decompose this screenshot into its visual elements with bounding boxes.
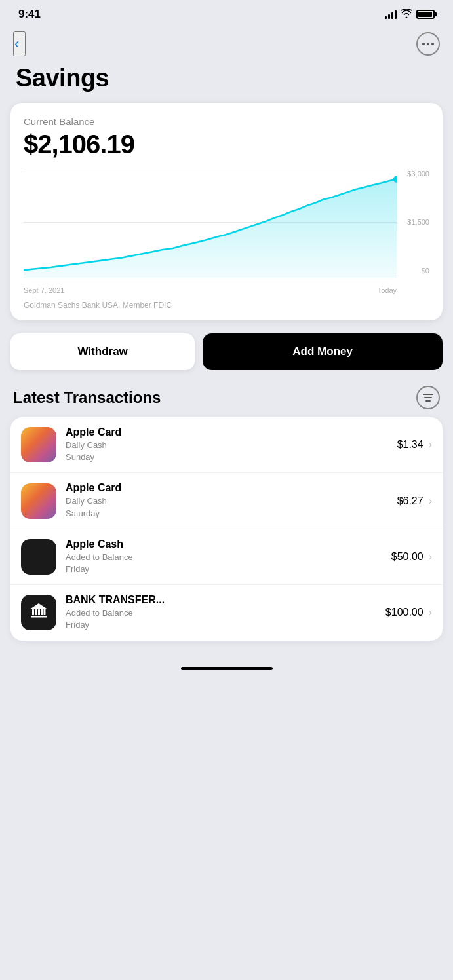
add-money-button[interactable]: Add Money xyxy=(203,333,443,370)
withdraw-button[interactable]: Withdraw xyxy=(10,333,195,370)
fdic-disclaimer: Goldman Sachs Bank USA, Member FDIC xyxy=(24,301,429,310)
battery-icon xyxy=(416,10,435,19)
svg-rect-3 xyxy=(38,609,40,615)
balance-chart: $3,000 $1,500 $0 xyxy=(24,170,429,294)
chart-x-labels: Sept 7, 2021 Today xyxy=(24,286,397,294)
transaction-sub: Daily CashSunday xyxy=(66,440,397,463)
status-icons xyxy=(385,9,435,20)
chevron-right-icon: › xyxy=(429,495,432,507)
transaction-amount: $50.00 xyxy=(391,551,423,563)
transaction-item[interactable]: Apple Card Daily CashSaturday $6.27 › xyxy=(10,473,443,529)
action-buttons: Withdraw Add Money xyxy=(10,333,443,370)
status-bar: 9:41 xyxy=(0,0,453,26)
chart-x-label-start: Sept 7, 2021 xyxy=(24,286,64,294)
dot-icon xyxy=(431,43,434,45)
balance-amount: $2,106.19 xyxy=(24,130,429,159)
chevron-right-icon: › xyxy=(429,439,432,451)
chevron-right-icon: › xyxy=(429,551,432,563)
apple-card-icon xyxy=(21,483,56,519)
chart-svg xyxy=(24,170,397,278)
transaction-name: BANK TRANSFER... xyxy=(66,594,385,606)
page-title-container: Savings xyxy=(0,59,453,103)
transaction-sub: Added to BalanceFriday xyxy=(66,607,385,631)
transaction-amount: $1.34 xyxy=(397,439,423,451)
transaction-right: $6.27 › xyxy=(397,495,432,507)
filter-button[interactable] xyxy=(416,386,440,409)
svg-rect-1 xyxy=(32,609,34,615)
home-bar xyxy=(181,667,273,670)
chart-y-label-bottom: $0 xyxy=(397,267,429,274)
transactions-list: Apple Card Daily CashSunday $1.34 › Appl… xyxy=(10,417,443,641)
transaction-right: $1.34 › xyxy=(397,439,432,451)
wifi-icon xyxy=(401,9,412,20)
chart-y-label-mid: $1,500 xyxy=(397,218,429,226)
transaction-item[interactable]: Apple Card Daily CashSunday $1.34 › xyxy=(10,417,443,473)
transaction-name: Apple Cash xyxy=(66,538,391,550)
dot-icon xyxy=(427,43,429,45)
transaction-name: Apple Card xyxy=(66,426,397,438)
chart-y-labels: $3,000 $1,500 $0 xyxy=(397,170,429,274)
transaction-amount: $6.27 xyxy=(397,495,423,507)
chart-x-label-end: Today xyxy=(378,286,397,294)
back-button[interactable]: ‹ xyxy=(13,31,26,56)
svg-rect-7 xyxy=(31,616,47,618)
bank-transfer-icon xyxy=(21,595,56,630)
balance-card: Current Balance $2,106.19 $3,000 $1,500 … xyxy=(10,103,443,320)
transaction-right: $100.00 › xyxy=(385,607,432,618)
svg-rect-2 xyxy=(35,609,37,615)
home-indicator xyxy=(0,654,453,677)
transactions-header: Latest Transactions xyxy=(0,386,453,417)
transaction-item[interactable]: Apple Cash Added to BalanceFriday $50.00… xyxy=(10,529,443,585)
transaction-details: Apple Card Daily CashSunday xyxy=(66,426,397,463)
svg-rect-5 xyxy=(44,609,46,615)
balance-label: Current Balance xyxy=(24,116,429,127)
svg-marker-6 xyxy=(31,603,47,609)
transaction-details: BANK TRANSFER... Added to BalanceFriday xyxy=(66,594,385,631)
apple-card-icon xyxy=(21,427,56,462)
transaction-details: Apple Card Daily CashSaturday xyxy=(66,482,397,519)
transaction-amount: $100.00 xyxy=(385,607,423,618)
transaction-details: Apple Cash Added to BalanceFriday xyxy=(66,538,391,575)
transactions-title: Latest Transactions xyxy=(13,388,161,407)
svg-rect-4 xyxy=(41,609,43,615)
chart-y-label-top: $3,000 xyxy=(397,170,429,178)
filter-icon xyxy=(423,394,433,402)
page-title: Savings xyxy=(16,64,437,92)
transaction-sub: Daily CashSaturday xyxy=(66,495,397,519)
status-time: 9:41 xyxy=(18,8,41,21)
dot-icon xyxy=(422,43,425,45)
transaction-sub: Added to BalanceFriday xyxy=(66,552,391,575)
apple-cash-icon xyxy=(21,539,56,575)
more-button[interactable] xyxy=(416,32,440,56)
signal-icon xyxy=(385,10,397,19)
transaction-right: $50.00 › xyxy=(391,551,432,563)
transaction-name: Apple Card xyxy=(66,482,397,494)
chevron-right-icon: › xyxy=(429,607,432,618)
transaction-item[interactable]: BANK TRANSFER... Added to BalanceFriday … xyxy=(10,585,443,640)
nav-bar: ‹ xyxy=(0,26,453,59)
